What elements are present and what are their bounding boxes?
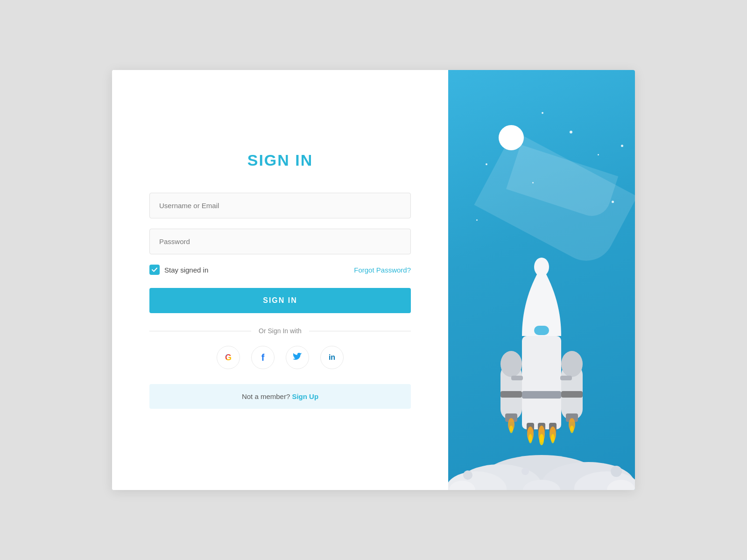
google-icon: G	[225, 353, 232, 363]
not-member-text: Not a member?	[242, 392, 290, 400]
svg-rect-10	[534, 326, 549, 335]
star	[598, 154, 599, 155]
social-buttons-row: G f in	[217, 346, 344, 369]
svg-point-9	[534, 258, 549, 276]
title-blue: IN	[295, 151, 313, 169]
svg-rect-8	[522, 336, 561, 429]
password-input[interactable]	[149, 229, 411, 254]
login-card: SIGN IN Stay signed in Forgot Password? …	[112, 70, 635, 490]
stay-signed-in-group: Stay signed in	[149, 265, 208, 275]
sign-in-button[interactable]: SIGN IN	[149, 288, 411, 313]
password-group	[149, 229, 411, 254]
twitter-icon	[293, 353, 302, 362]
sign-up-link[interactable]: Sign Up	[292, 392, 318, 400]
forgot-password-link[interactable]: Forgot Password?	[354, 266, 411, 274]
page-title: SIGN IN	[247, 151, 313, 169]
facebook-sign-in-button[interactable]: f	[251, 346, 275, 369]
star	[476, 219, 478, 221]
linkedin-sign-in-button[interactable]: in	[320, 346, 344, 369]
divider-line-left	[149, 331, 251, 331]
svg-rect-15	[511, 376, 523, 380]
facebook-icon: f	[261, 352, 265, 363]
login-form-panel: SIGN IN Stay signed in Forgot Password? …	[112, 70, 448, 490]
options-row: Stay signed in Forgot Password?	[149, 265, 411, 275]
svg-point-1	[500, 351, 522, 377]
rocket-illustration	[472, 257, 612, 453]
star	[621, 145, 623, 147]
stay-signed-checkbox[interactable]	[149, 265, 160, 275]
svg-rect-7	[561, 391, 583, 398]
stay-signed-label: Stay signed in	[164, 266, 208, 274]
divider: Or Sign In with	[149, 327, 411, 335]
linkedin-icon: in	[329, 353, 335, 362]
clouds-illustration	[448, 425, 635, 490]
svg-point-35	[463, 470, 472, 480]
title-black: SIGN	[247, 151, 290, 169]
username-group	[149, 193, 411, 218]
checkmark-icon	[151, 266, 158, 273]
twitter-sign-in-button[interactable]	[286, 346, 309, 369]
google-sign-in-button[interactable]: G	[217, 346, 240, 369]
star	[570, 131, 572, 133]
divider-text: Or Sign In with	[259, 327, 302, 335]
svg-point-36	[611, 466, 622, 477]
not-member-bar: Not a member? Sign Up	[149, 384, 411, 409]
svg-point-37	[521, 468, 529, 475]
svg-point-5	[561, 351, 583, 377]
star	[486, 163, 487, 165]
username-input[interactable]	[149, 193, 411, 218]
svg-rect-3	[500, 391, 522, 398]
illustration-panel	[448, 70, 635, 490]
svg-rect-11	[522, 391, 561, 399]
divider-line-right	[309, 331, 411, 331]
svg-rect-16	[560, 376, 572, 380]
star	[542, 112, 543, 114]
